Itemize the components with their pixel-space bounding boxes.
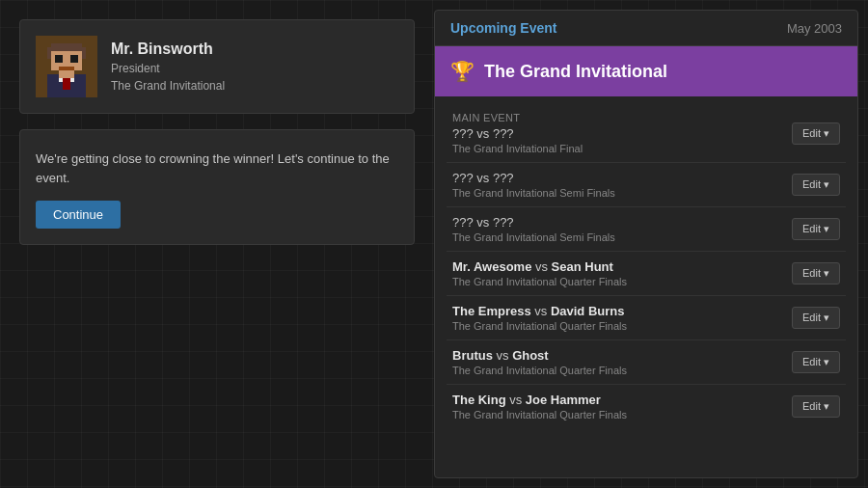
- edit-button[interactable]: Edit ▾: [792, 122, 840, 145]
- upcoming-event-label: Upcoming Event: [450, 20, 556, 36]
- svg-rect-11: [59, 70, 74, 78]
- match-subtitle: The Grand Invitational Quarter Finals: [452, 320, 627, 332]
- continue-button[interactable]: Continue: [36, 201, 121, 229]
- edit-button[interactable]: Edit ▾: [792, 395, 840, 418]
- match-row: Main Event??? vs ???The Grand Invitation…: [447, 104, 846, 163]
- message-card: We're getting close to crowning the winn…: [19, 129, 415, 245]
- match-fighters: ??? vs ???: [452, 126, 583, 141]
- match-row: ??? vs ???The Grand Invitational Semi Fi…: [447, 163, 846, 207]
- matches-list: Main Event??? vs ???The Grand Invitation…: [435, 96, 857, 477]
- match-subtitle: The Grand Invitational Semi Finals: [452, 187, 615, 199]
- edit-button[interactable]: Edit ▾: [792, 307, 840, 329]
- match-fighters: ??? vs ???: [452, 215, 615, 230]
- svg-rect-6: [70, 55, 78, 63]
- character-event: The Grand Invitational: [111, 79, 225, 93]
- fighter2-name: Joe Hammer: [526, 393, 601, 407]
- svg-rect-5: [55, 55, 63, 63]
- fighter1-name: The Empress: [452, 304, 531, 318]
- right-inner: Upcoming Event May 2003 🏆 The Grand Invi…: [434, 10, 858, 478]
- edit-button[interactable]: Edit ▾: [792, 262, 840, 285]
- match-row: Brutus vs GhostThe Grand Invitational Qu…: [447, 340, 846, 385]
- match-info: Mr. Awesome vs Sean HuntThe Grand Invita…: [452, 259, 627, 287]
- character-card: Mr. Binsworth President The Grand Invita…: [19, 19, 415, 114]
- match-subtitle: The Grand Invitational Semi Finals: [452, 231, 615, 243]
- right-panel: Upcoming Event May 2003 🏆 The Grand Invi…: [434, 0, 868, 488]
- trophy-icon: 🏆: [450, 60, 475, 83]
- left-panel: Mr. Binsworth President The Grand Invita…: [0, 0, 434, 488]
- match-fighters: The King vs Joe Hammer: [452, 393, 627, 407]
- match-fighters: Brutus vs Ghost: [452, 348, 627, 363]
- fighter2-name: Sean Hunt: [552, 259, 613, 274]
- svg-rect-3: [47, 47, 51, 59]
- edit-button[interactable]: Edit ▾: [792, 218, 840, 240]
- vs-label: vs: [493, 348, 512, 363]
- match-fighters: ??? vs ???: [452, 171, 615, 185]
- event-header: Upcoming Event May 2003: [435, 11, 857, 46]
- vs-label: vs: [531, 259, 551, 274]
- fighter1-name: Brutus: [452, 348, 493, 363]
- svg-rect-4: [82, 47, 86, 59]
- edit-button[interactable]: Edit ▾: [792, 351, 840, 373]
- match-info: Brutus vs GhostThe Grand Invitational Qu…: [452, 348, 627, 376]
- match-fighters: The Empress vs David Burns: [452, 304, 627, 318]
- match-info: The Empress vs David BurnsThe Grand Invi…: [452, 304, 627, 332]
- match-row: Mr. Awesome vs Sean HuntThe Grand Invita…: [447, 252, 846, 296]
- fighter2-name: Ghost: [512, 348, 549, 363]
- match-row: ??? vs ???The Grand Invitational Semi Fi…: [447, 207, 846, 252]
- match-row: The King vs Joe HammerThe Grand Invitati…: [447, 385, 846, 428]
- vs-label: vs: [531, 304, 551, 318]
- svg-rect-7: [59, 67, 74, 70]
- match-info: ??? vs ???The Grand Invitational Semi Fi…: [452, 171, 615, 199]
- event-title: The Grand Invitational: [484, 62, 667, 82]
- character-name: Mr. Binsworth: [111, 41, 225, 58]
- event-title-bar: 🏆 The Grand Invitational: [435, 46, 857, 96]
- character-role: President: [111, 62, 225, 75]
- fighter1-name: Mr. Awesome: [452, 259, 531, 274]
- avatar: [36, 36, 97, 97]
- match-info: ??? vs ???The Grand Invitational Semi Fi…: [452, 215, 615, 243]
- fighter2-name: David Burns: [551, 304, 625, 318]
- match-subtitle: The Grand Invitational Quarter Finals: [452, 276, 627, 287]
- event-date: May 2003: [787, 21, 842, 36]
- match-info: Main Event??? vs ???The Grand Invitation…: [452, 112, 583, 154]
- match-subtitle: The Grand Invitational Quarter Finals: [452, 409, 627, 420]
- message-text: We're getting close to crowning the winn…: [36, 149, 398, 187]
- match-info: The King vs Joe HammerThe Grand Invitati…: [452, 393, 627, 420]
- character-info: Mr. Binsworth President The Grand Invita…: [111, 41, 225, 93]
- match-label: Main Event: [452, 112, 583, 123]
- edit-button[interactable]: Edit ▾: [792, 174, 840, 196]
- match-subtitle: The Grand Invitational Quarter Finals: [452, 365, 627, 376]
- match-row: The Empress vs David BurnsThe Grand Invi…: [447, 296, 846, 340]
- vs-label: vs: [506, 393, 526, 407]
- fighter1-name: The King: [452, 393, 506, 407]
- match-subtitle: The Grand Invitational Final: [452, 143, 583, 154]
- svg-rect-2: [51, 43, 82, 51]
- match-fighters: Mr. Awesome vs Sean Hunt: [452, 259, 627, 274]
